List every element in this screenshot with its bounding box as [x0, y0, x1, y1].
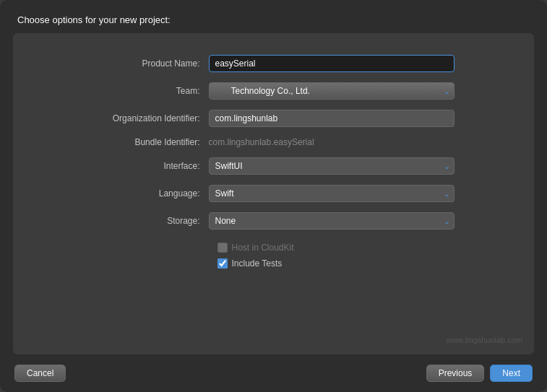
footer-right-buttons: Previous Next: [426, 365, 533, 382]
next-button[interactable]: Next: [490, 365, 533, 382]
team-dropdown[interactable]: Technology Co., Ltd.: [209, 82, 455, 100]
interface-label: Interface:: [93, 161, 209, 171]
language-dropdown[interactable]: Swift Objective-C: [209, 185, 455, 202]
interface-dropdown-wrapper: SwiftUI Storyboard ⌄: [209, 157, 455, 175]
include-tests-label: Include Tests: [232, 258, 283, 269]
dialog-window: Choose options for your new project: Pro…: [0, 0, 547, 392]
storage-dropdown-wrapper: None Core Data SwiftData ⌄: [209, 212, 455, 230]
language-dropdown-wrapper: Swift Objective-C ⌄: [209, 185, 455, 202]
previous-button[interactable]: Previous: [426, 365, 485, 382]
product-name-label: Product Name:: [93, 58, 209, 69]
host-in-cloudkit-label: Host in CloudKit: [232, 243, 294, 253]
team-label: Team:: [93, 86, 209, 96]
team-row: Team: Technology Co., Ltd. ⌄: [93, 82, 455, 100]
include-tests-checkbox[interactable]: [217, 258, 228, 269]
dialog-title: Choose options for your new project:: [17, 14, 171, 25]
host-in-cloudkit-checkbox[interactable]: [217, 243, 228, 253]
form-area: Product Name: Team: Technology Co., Ltd.…: [13, 55, 534, 340]
product-name-input[interactable]: [209, 55, 455, 72]
bundle-identifier-row: Bundle Identifier: com.lingshunlab.easyS…: [93, 137, 455, 147]
watermark: www.lingshunlab.com: [446, 336, 522, 344]
org-identifier-input[interactable]: [209, 110, 455, 127]
host-in-cloudkit-row: Host in CloudKit: [217, 243, 455, 253]
interface-row: Interface: SwiftUI Storyboard ⌄: [93, 157, 455, 175]
team-dropdown-wrapper: Technology Co., Ltd. ⌄: [209, 82, 455, 100]
language-row: Language: Swift Objective-C ⌄: [93, 185, 455, 202]
dialog-footer: Cancel Previous Next: [0, 354, 547, 392]
checkboxes-area: Host in CloudKit Include Tests: [93, 243, 455, 274]
dialog-header: Choose options for your new project:: [0, 0, 547, 33]
storage-row: Storage: None Core Data SwiftData ⌄: [93, 212, 455, 230]
storage-dropdown[interactable]: None Core Data SwiftData: [209, 212, 455, 230]
language-label: Language:: [93, 188, 209, 199]
include-tests-row: Include Tests: [217, 258, 455, 269]
interface-dropdown[interactable]: SwiftUI Storyboard: [209, 157, 455, 175]
cancel-button[interactable]: Cancel: [14, 365, 66, 382]
org-identifier-row: Organization Identifier:: [93, 110, 455, 127]
dialog-content-panel: Product Name: Team: Technology Co., Ltd.…: [13, 33, 534, 354]
storage-label: Storage:: [93, 216, 209, 226]
bundle-identifier-label: Bundle Identifier:: [93, 137, 209, 147]
product-name-row: Product Name:: [93, 55, 455, 72]
org-identifier-label: Organization Identifier:: [93, 113, 209, 123]
bundle-identifier-value: com.lingshunlab.easySerial: [209, 137, 314, 147]
